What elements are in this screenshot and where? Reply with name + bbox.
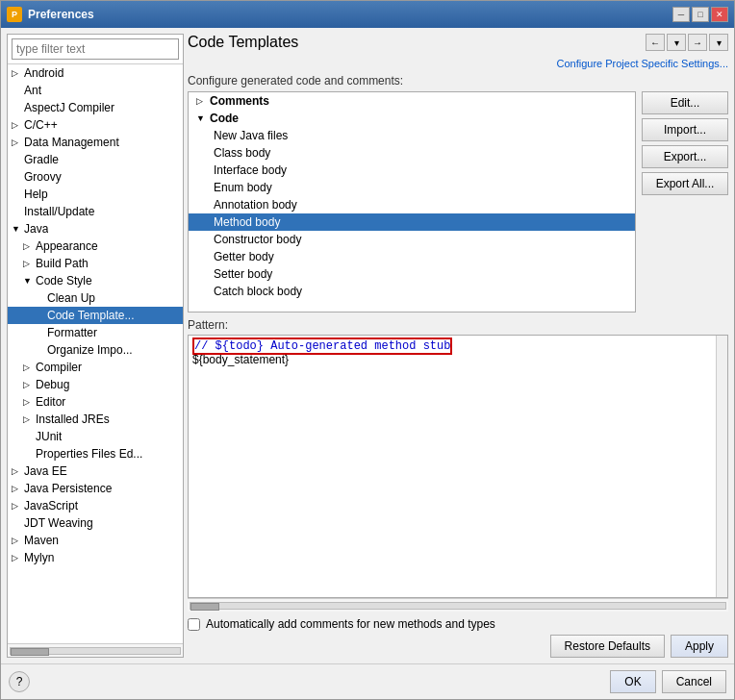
tree-item-jdtweaving[interactable]: JDT Weaving [8, 514, 183, 532]
tree-item-codetemplates[interactable]: Code Template... [8, 307, 183, 324]
restore-defaults-button[interactable]: Restore Defaults [550, 635, 665, 658]
tpl-label-constructorbody: Constructor body [214, 233, 301, 246]
tree-label-install: Install/Update [24, 205, 94, 218]
tree-item-groovy[interactable]: Groovy [8, 168, 183, 186]
bottom-bar: ? OK Cancel [1, 663, 734, 699]
tree-label-buildpath: Build Path [36, 257, 89, 270]
tree-item-javapersistence[interactable]: ▷Java Persistence [8, 480, 183, 497]
tree-item-formatter[interactable]: Formatter [8, 324, 183, 341]
tree-item-javaee[interactable]: ▷Java EE [8, 462, 183, 480]
tree-item-debug[interactable]: ▷Debug [8, 376, 183, 393]
tree-item-java[interactable]: ▼Java [8, 220, 183, 238]
pattern-hscroll-track[interactable] [190, 602, 726, 610]
tree-label-help: Help [24, 188, 48, 201]
autoadd-checkbox[interactable] [188, 618, 200, 631]
tree-item-mylyn[interactable]: ▷Mylyn [8, 549, 183, 566]
restore-apply-row: Restore Defaults Apply [188, 635, 728, 658]
tree-item-properties[interactable]: Properties Files Ed... [8, 445, 183, 462]
tree-label-java: Java [24, 222, 48, 236]
minimize-button[interactable]: ─ [672, 7, 690, 22]
window-icon: P [7, 7, 22, 22]
nav-forward-button[interactable]: → [688, 34, 707, 51]
tree-arrow-debug: ▷ [23, 380, 33, 389]
bottom-left: ? [9, 671, 30, 692]
nav-back-button[interactable]: ← [646, 34, 665, 51]
tree-item-junit[interactable]: JUnit [8, 428, 183, 445]
tree-label-cpp: C/C++ [24, 118, 58, 132]
tree-label-javapersistence: Java Persistence [24, 482, 112, 495]
tpl-item-catchblockbody[interactable]: Catch block body [189, 283, 635, 300]
pattern-hscroll-thumb[interactable] [190, 603, 219, 611]
tpl-item-interfacebody[interactable]: Interface body [189, 162, 635, 179]
tree-arrow-java: ▼ [12, 224, 21, 234]
title-bar: P Preferences ─ □ ✕ [1, 1, 734, 28]
tree-item-install[interactable]: Install/Update [8, 203, 183, 220]
close-button[interactable]: ✕ [711, 7, 728, 22]
tree-item-gradle[interactable]: Gradle [8, 151, 183, 168]
config-link[interactable]: Configure Project Specific Settings... [556, 58, 728, 69]
import-button[interactable]: Import... [642, 118, 728, 141]
tpl-item-classbody[interactable]: Class body [189, 144, 635, 162]
nav-dropdown-button[interactable]: ▾ [667, 34, 686, 51]
tree-item-help[interactable]: Help [8, 186, 183, 203]
tree-item-android[interactable]: ▷Android [8, 64, 183, 82]
tree-label-organizeimpo: Organize Impo... [47, 343, 133, 357]
nav-forward-dropdown-button[interactable]: ▾ [709, 34, 728, 51]
tree-arrow-codestyle: ▼ [23, 276, 33, 286]
cancel-button[interactable]: Cancel [662, 670, 726, 693]
templates-list: ▷Comments▼CodeNew Java filesClass bodyIn… [188, 91, 636, 312]
tree-item-maven[interactable]: ▷Maven [8, 532, 183, 549]
maximize-button[interactable]: □ [692, 7, 709, 22]
tree-label-ant: Ant [24, 84, 41, 97]
tree-item-ant[interactable]: Ant [8, 82, 183, 99]
tpl-item-setterbody[interactable]: Setter body [189, 265, 635, 283]
tree-item-compiler[interactable]: ▷Compiler [8, 359, 183, 376]
tree-arrow-javascript: ▷ [12, 501, 21, 511]
tree-arrow-installedjres: ▷ [23, 414, 33, 424]
tpl-item-enumbody[interactable]: Enum body [189, 179, 635, 196]
tree-label-maven: Maven [24, 534, 59, 547]
tree-arrow-compiler: ▷ [23, 362, 33, 372]
help-button[interactable]: ? [9, 671, 30, 692]
hscroll-thumb[interactable] [11, 648, 49, 656]
tpl-item-code[interactable]: ▼Code [189, 110, 635, 127]
tree-item-javascript[interactable]: ▷JavaScript [8, 497, 183, 514]
tpl-item-constructorbody[interactable]: Constructor body [189, 231, 635, 248]
tree-item-organizeimpo[interactable]: Organize Impo... [8, 341, 183, 359]
edit-button[interactable]: Edit... [642, 91, 728, 114]
tree-arrow-mylyn: ▷ [12, 553, 21, 562]
tree-item-codestyle[interactable]: ▼Code Style [8, 272, 183, 289]
pattern-content: // ${todo} Auto-generated method stub ${… [189, 336, 727, 371]
tree-item-installedjres[interactable]: ▷Installed JREs [8, 411, 183, 428]
tree-item-buildpath[interactable]: ▷Build Path [8, 255, 183, 272]
tree-arrow-buildpath: ▷ [23, 259, 33, 268]
pattern-editor[interactable]: // ${todo} Auto-generated method stub ${… [188, 335, 728, 598]
tree-label-codetemplates: Code Template... [47, 309, 135, 322]
tpl-item-annotationbody[interactable]: Annotation body [189, 196, 635, 213]
tpl-item-newjava[interactable]: New Java files [189, 127, 635, 144]
tree-label-compiler: Compiler [36, 361, 82, 374]
tpl-arrow-comments: ▷ [196, 96, 206, 106]
tree-item-data[interactable]: ▷Data Management [8, 134, 183, 151]
left-hscroll[interactable] [8, 643, 183, 657]
export-button[interactable]: Export... [642, 145, 728, 168]
tree-item-cleanup[interactable]: Clean Up [8, 289, 183, 307]
right-panel: Code Templates ← ▾ → ▾ Configure Project… [188, 34, 728, 658]
tree-arrow-editor: ▷ [23, 397, 33, 407]
pattern-vscroll[interactable] [716, 336, 727, 597]
tpl-item-methodbody[interactable]: Method body [189, 213, 635, 231]
tpl-item-getterbody[interactable]: Getter body [189, 248, 635, 265]
tree-label-aspectj: AspectJ Compiler [24, 101, 114, 114]
hscroll-track[interactable] [10, 647, 181, 655]
ok-button[interactable]: OK [610, 670, 655, 693]
tree-item-appearance[interactable]: ▷Appearance [8, 238, 183, 255]
tree-item-aspectj[interactable]: AspectJ Compiler [8, 99, 183, 116]
apply-button[interactable]: Apply [671, 635, 728, 658]
tpl-item-comments[interactable]: ▷Comments [189, 92, 635, 110]
tree-item-cpp[interactable]: ▷C/C++ [8, 116, 183, 134]
tree-item-editor[interactable]: ▷Editor [8, 393, 183, 411]
right-title: Code Templates [188, 34, 298, 51]
pattern-hscroll[interactable] [188, 598, 728, 612]
filter-input[interactable] [12, 38, 179, 60]
export-all-button[interactable]: Export All... [642, 172, 728, 195]
